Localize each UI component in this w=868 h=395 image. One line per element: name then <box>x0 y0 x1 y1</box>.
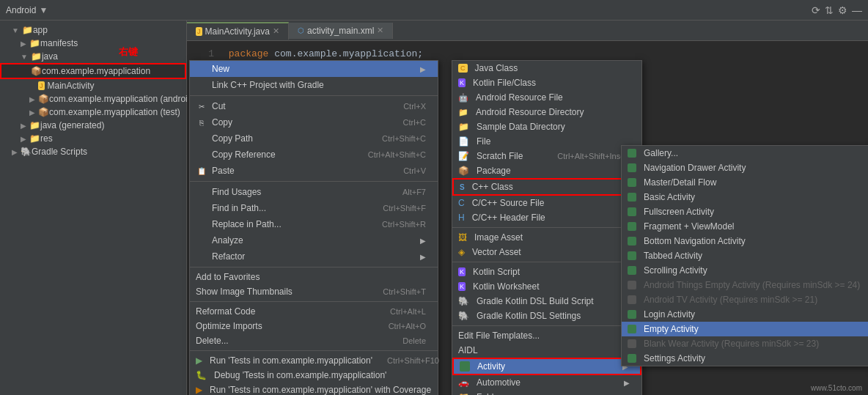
menu-item-android-resource-dir[interactable]: 📁 Android Resource Directory <box>452 105 641 119</box>
menu-item-scratch-file[interactable]: 📝 Scratch File Ctrl+Alt+Shift+Insert <box>452 149 641 163</box>
watermark: www.51cto.com <box>811 384 862 392</box>
menu-item-cpp-source[interactable]: C C/C++ Source File <box>452 196 641 210</box>
sidebar-item-mainactivity[interactable]: J MainActivity <box>0 79 186 92</box>
menu-item-run-coverage[interactable]: ▶ Run 'Tests in com.example.myapplicatio… <box>190 383 438 395</box>
minimize-icon[interactable]: — <box>852 4 862 16</box>
menu-item-kotlin-script[interactable]: K Kotlin Script <box>452 265 641 279</box>
menu-label: Login Activity <box>644 309 695 320</box>
menu-item-activity[interactable]: Activity ▶ <box>452 358 641 375</box>
sidebar-item-app[interactable]: ▼ 📁 app <box>0 23 186 37</box>
menu-label: Empty Activity <box>644 324 699 334</box>
tab-mainactivity[interactable]: J MainActivity.java ✕ <box>187 22 289 40</box>
menu-item-copy-path[interactable]: Copy Path Ctrl+Shift+C <box>190 130 438 147</box>
sidebar-item-res[interactable]: ▶ 📁 res <box>0 132 186 145</box>
gradle-icon: 🐘 <box>21 147 32 157</box>
menu-label: Scratch File <box>477 151 523 161</box>
title-bar-icons: ⟳ ⇅ ⚙ — <box>812 4 862 16</box>
menu-item-reformat[interactable]: Reformat Code Ctrl+Alt+L <box>190 304 438 319</box>
close-icon[interactable]: ✕ <box>273 26 279 36</box>
menu-item-aidl[interactable]: AIDL <box>452 343 641 358</box>
menu-item-package[interactable]: 📦 Package <box>452 163 641 178</box>
menu-item-nav-drawer[interactable]: Navigation Drawer Activity <box>622 160 868 175</box>
menu-item-vector-asset[interactable]: ◈ Vector Asset <box>452 245 641 259</box>
dropdown-arrow[interactable]: ▼ <box>39 5 48 15</box>
sync-icon[interactable]: ⟳ <box>812 4 820 16</box>
folder-icon: 📁 <box>31 51 42 62</box>
menu-item-login-activity[interactable]: Login Activity <box>622 307 868 322</box>
settings-icon[interactable]: ⚙ <box>838 4 847 16</box>
menu-label: Find Usages <box>212 187 261 197</box>
menu-item-blank-wear[interactable]: Blank Wear Activity (Requires minSdk >= … <box>622 336 868 351</box>
menu-item-analyze[interactable]: Analyze ▶ <box>190 232 438 248</box>
sidebar-item-package-test[interactable]: ▶ 📦 com.example.myapplication (test) <box>0 106 186 119</box>
menu-item-java-class[interactable]: C Java Class <box>452 61 641 75</box>
menu-item-gradle-settings[interactable]: 🐘 Gradle Kotlin DSL Settings <box>452 309 641 323</box>
menu-item-kotlin-worksheet[interactable]: K Kotlin Worksheet <box>452 279 641 294</box>
menu-item-copy-ref[interactable]: Copy Reference Ctrl+Alt+Shift+C <box>190 147 438 163</box>
menu-item-paste[interactable]: 📋 Paste Ctrl+V <box>190 163 438 179</box>
menu-item-add-favorites[interactable]: Add to Favorites <box>190 270 438 284</box>
menu-label: Master/Detail Flow <box>644 177 716 188</box>
menu-item-cpp-header[interactable]: H C/C++ Header File <box>452 210 641 225</box>
image-icon: 🖼 <box>458 232 467 243</box>
menu-item-find-usages[interactable]: Find Usages Alt+F7 <box>190 184 438 200</box>
menu-item-basic-activity[interactable]: Basic Activity <box>622 190 868 204</box>
path-icon <box>196 133 207 144</box>
menu-item-folder[interactable]: 📁 Folder ▶ <box>452 390 641 395</box>
menu-item-fullscreen-activity[interactable]: Fullscreen Activity <box>622 204 868 219</box>
menu-item-kotlin-class[interactable]: K Kotlin File/Class <box>452 75 641 90</box>
menu-item-android-tv[interactable]: Android TV Activity (Requires minSdk >= … <box>622 292 868 307</box>
menu-item-run-tests[interactable]: ▶ Run 'Tests in com.example.myapplicatio… <box>190 353 438 368</box>
menu-label: C/C++ Source File <box>472 198 545 208</box>
menu-item-cut[interactable]: ✂ Cut Ctrl+X <box>190 98 438 114</box>
menu-item-settings-activity[interactable]: Settings Activity <box>622 351 868 366</box>
sidebar-item-manifests[interactable]: ▶ 📁 manifests <box>0 37 186 50</box>
menu-item-file[interactable]: 📄 File <box>452 134 641 149</box>
menu-item-optimize-imports[interactable]: Optimize Imports Ctrl+Alt+O <box>190 319 438 333</box>
sidebar-item-package-main[interactable]: 📦 com.example.myapplication <box>0 63 186 79</box>
menu-item-sample-data[interactable]: 📁 Sample Data Directory <box>452 119 641 134</box>
tab-activity-main[interactable]: ⬡ activity_main.xml ✕ <box>289 23 393 39</box>
shortcut-label: Ctrl+Alt+Shift+Insert <box>557 152 630 160</box>
menu-item-edit-templates[interactable]: Edit File Templates... <box>452 328 641 343</box>
shortcut-label: Ctrl+Alt+L <box>390 307 426 316</box>
menu-item-bottom-nav[interactable]: Bottom Navigation Activity <box>622 234 868 248</box>
shortcut-label: Ctrl+Shift+C <box>382 134 426 143</box>
folder-icon: 📁 <box>29 120 40 130</box>
code-line-1: 1 package com.example.myapplication; <box>196 47 859 62</box>
menu-item-debug-tests[interactable]: 🐛 Debug 'Tests in com.example.myapplicat… <box>190 368 438 383</box>
menu-item-delete[interactable]: Delete... Delete <box>190 333 438 348</box>
menu-item-android-things-empty[interactable]: Android Things Empty Activity (Requires … <box>622 278 868 292</box>
sidebar-item-java-generated[interactable]: ▶ 📁 java (generated) <box>0 119 186 132</box>
sidebar-item-gradle[interactable]: ▶ 🐘 Gradle Scripts <box>0 145 186 158</box>
menu-item-android-resource-file[interactable]: 🤖 Android Resource File <box>452 90 641 105</box>
menu-item-cpp-class[interactable]: S C++ Class <box>452 178 641 196</box>
menu-item-tabbed-activity[interactable]: Tabbed Activity <box>622 248 868 263</box>
menu-item-gallery[interactable]: Gallery... <box>622 146 868 160</box>
close-icon[interactable]: ✕ <box>377 26 383 35</box>
menu-item-replace-path[interactable]: Replace in Path... Ctrl+Shift+R <box>190 216 438 232</box>
sidebar-item-java[interactable]: ▼ 📁 java <box>0 50 186 63</box>
menu-item-scrolling-activity[interactable]: Scrolling Activity <box>622 263 868 278</box>
menu-item-gradle-build[interactable]: 🐘 Gradle Kotlin DSL Build Script <box>452 294 641 309</box>
activity-small-icon <box>628 163 636 172</box>
menu-item-image-asset[interactable]: 🖼 Image Asset <box>452 230 641 245</box>
menu-item-master-detail[interactable]: Master/Detail Flow <box>622 175 868 190</box>
menu-item-fragment-viewmodel[interactable]: Fragment + ViewModel <box>622 219 868 234</box>
activity-small-icon <box>628 207 636 216</box>
separator <box>190 267 438 267</box>
menu-item-show-thumbnails[interactable]: Show Image Thumbnails Ctrl+Shift+T <box>190 284 438 299</box>
sidebar-item-package-android[interactable]: ▶ 📦 com.example.myapplication (android..… <box>0 92 186 106</box>
menu-item-empty-activity[interactable]: Empty Activity <box>622 322 868 336</box>
shortcut-label: Ctrl+Alt+O <box>389 322 426 331</box>
menu-item-refactor[interactable]: Refactor ▶ <box>190 248 438 265</box>
menu-item-automotive[interactable]: 🚗 Automotive ▶ <box>452 375 641 390</box>
replace-icon <box>196 218 207 230</box>
menu-item-find-path[interactable]: Find in Path... Ctrl+Shift+F <box>190 200 438 216</box>
menu-item-copy[interactable]: ⎘ Copy Ctrl+C <box>190 114 438 130</box>
menu-item-link-cpp[interactable]: Link C++ Project with Gradle <box>190 77 438 93</box>
menu-item-new[interactable]: New ▶ <box>190 61 438 77</box>
vector-icon: ◈ <box>458 247 465 257</box>
cpp-source-icon: C <box>458 198 465 208</box>
split-icon[interactable]: ⇅ <box>825 4 834 16</box>
